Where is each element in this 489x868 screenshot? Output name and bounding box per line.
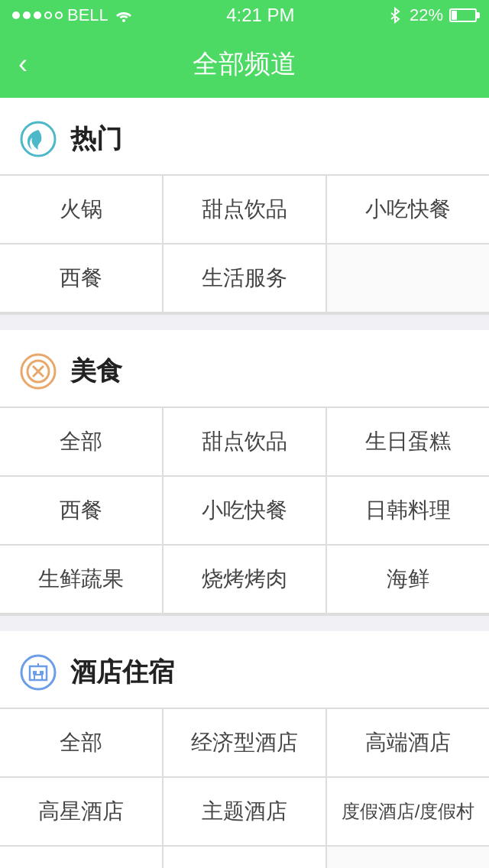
time-display: 4:21 PM [226,5,294,26]
list-item[interactable]: 高端酒店 [327,709,489,776]
svg-rect-7 [30,666,47,680]
page-header: ‹ 全部频道 [0,31,489,98]
list-item[interactable]: 甜点饮品 [164,176,325,243]
hot-grid: 火锅 甜点饮品 小吃快餐 西餐 生活服务 [0,174,489,315]
status-left: BELL [12,5,134,25]
battery-percent: 22% [410,5,443,25]
list-item[interactable]: 全部 [0,709,162,776]
list-item[interactable]: 小吃快餐 [164,477,325,544]
list-item[interactable]: 生活服务 [164,245,325,312]
list-item[interactable]: 主题酒店 [164,778,325,845]
list-item[interactable]: 生鲜蔬果 [0,546,162,613]
list-item[interactable]: 甜点饮品 [164,408,325,475]
section-hot: 热门 火锅 甜点饮品 小吃快餐 西餐 生活服务 [0,98,489,315]
status-right: 22% [387,5,477,25]
main-content: 热门 火锅 甜点饮品 小吃快餐 西餐 生活服务 美食 全部 [0,98,489,868]
section-food: 美食 全部 甜点饮品 生日蛋糕 西餐 小吃快餐 日韩料理 生鲜蔬果 烧烤烤肉 海… [0,330,489,616]
list-item[interactable]: 客栈 [0,847,162,868]
section-header-food: 美食 [0,330,489,406]
wifi-icon [113,8,134,23]
svg-point-6 [21,656,55,689]
list-item[interactable]: 度假酒店/度假村 [327,778,489,845]
bluetooth-icon [387,7,403,24]
list-item[interactable]: 海鲜 [327,546,489,613]
list-item[interactable]: 高星酒店 [0,778,162,845]
svg-point-0 [122,19,125,22]
hotel-icon [18,653,58,692]
list-item[interactable]: 生日蛋糕 [327,408,489,475]
list-item[interactable]: 经济型酒店 [164,709,325,776]
section-header-hotel: 酒店住宿 [0,631,489,708]
list-item[interactable]: 火锅 [0,176,162,243]
status-bar: BELL 4:21 PM 22% [0,0,489,31]
list-item[interactable]: 全部 [0,408,162,475]
section-title-hotel: 酒店住宿 [70,655,174,690]
section-hotel: 酒店住宿 全部 经济型酒店 高端酒店 高星酒店 主题酒店 度假酒店/度假村 客栈… [0,631,489,868]
list-item[interactable]: 青年旅社 [164,847,325,868]
list-item[interactable]: 西餐 [0,477,162,544]
food-icon [18,351,58,391]
section-title-food: 美食 [70,354,122,389]
list-item[interactable]: 西餐 [0,245,162,312]
list-item-empty [327,245,489,312]
signal-dots [12,11,63,19]
food-grid: 全部 甜点饮品 生日蛋糕 西餐 小吃快餐 日韩料理 生鲜蔬果 烧烤烤肉 海鲜 [0,406,489,616]
carrier-label: BELL [67,5,108,25]
back-button[interactable]: ‹ [18,48,28,80]
section-header-hot: 热门 [0,98,489,174]
list-item-empty [327,847,489,868]
hotel-grid: 全部 经济型酒店 高端酒店 高星酒店 主题酒店 度假酒店/度假村 客栈 青年旅社 [0,708,489,868]
list-item[interactable]: 日韩料理 [327,477,489,544]
list-item[interactable]: 小吃快餐 [327,176,489,243]
battery-icon [449,8,477,22]
page-title: 全部频道 [193,47,296,82]
hot-icon [18,119,58,159]
list-item[interactable]: 烧烤烤肉 [164,546,325,613]
section-title-hot: 热门 [70,121,122,157]
